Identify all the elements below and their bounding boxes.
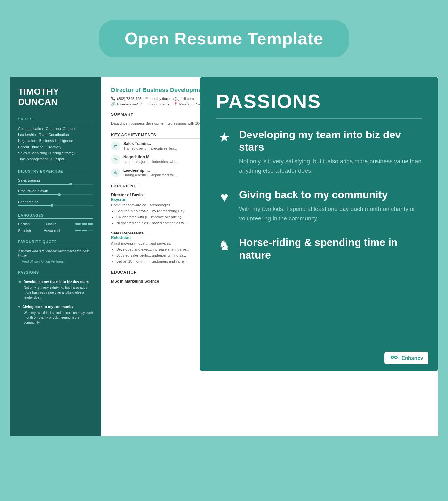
phone-icon: 📞 (111, 96, 116, 101)
skills-title: SKILLS (18, 117, 93, 122)
achievement-title-2: Negotiation M... (123, 155, 178, 159)
lang-dot-empty (88, 230, 93, 231)
passions-sidebar-section: PASSIONS ★ Developing my team into biz d… (18, 270, 93, 325)
contact-email: ✉ timothy.duncan@gmail.com (145, 96, 194, 101)
page-title: Open Resume Template (125, 29, 324, 48)
expertise-bar-bg-3 (18, 205, 93, 206)
achievement-content-2: Negotiation M... Landed major b... indus… (123, 155, 178, 164)
expertise-bar-bg-2 (18, 194, 93, 195)
expertise-bar-fill-3 (18, 205, 52, 206)
location-icon: 📍 (173, 102, 178, 106)
expertise-label-1: Sales training (18, 178, 93, 182)
lang-dot (75, 230, 81, 231)
quote-title: FAVOURITE QUOTE (18, 240, 93, 245)
passion-overlay-content-1: Developing my team into biz dev stars No… (239, 128, 422, 175)
lang-dot (75, 223, 81, 225)
resume-name: TIMOTHY DUNCAN (18, 87, 93, 107)
page-header: Open Resume Template (0, 0, 448, 71)
heart-icon: ♥ (18, 304, 20, 309)
lang-name-spanish: Spanish (18, 229, 31, 233)
skills-content: Communication · Customer-Oriented · Lead… (18, 126, 93, 162)
lang-bar-spanish (75, 230, 93, 231)
main-content: TIMOTHY DUNCAN SKILLS Communication · Cu… (10, 77, 438, 436)
quote-author: — Fred Wilson, Union Ventures (18, 260, 93, 263)
passion-overlay-item-3: ♞ Horse-riding & spending time in nature (216, 236, 422, 265)
passion-overlay-heading-1: Developing my team into biz dev stars (239, 128, 422, 154)
edu-degree: MSc in Marketing Science (111, 279, 159, 283)
achievement-desc-1: Trained over 3... executives, lea... (123, 146, 177, 151)
passions-overlay: PASSIONS ★ Developing my team into biz d… (200, 77, 438, 371)
passion-sidebar-title-1: Developing my team into biz dev stars (24, 280, 89, 283)
contact-phone: 📞 (862) 7345-425 (111, 96, 141, 101)
achievement-content-1: Sales Trainin... Trained over 3... execu… (123, 141, 177, 151)
passion-overlay-content-3: Horse-riding & spending time in nature (239, 236, 422, 265)
lang-dot (88, 223, 93, 225)
enhancv-label: Enhancv (401, 355, 423, 361)
expertise-bar-fill-2 (18, 194, 59, 195)
star-icon: ★ (18, 279, 22, 284)
achievement-desc-3: During a restru... department wi... (123, 173, 177, 178)
industry-expertise-title: INDUSTRY EXPERTISE (18, 170, 93, 175)
passions-sidebar-title: PASSIONS (18, 270, 93, 276)
achievement-title-3: Leadership i... (123, 168, 177, 173)
passion-overlay-content-2: Giving back to my community With my two … (239, 188, 422, 223)
passion-sidebar-desc-2: With my two kids, I spend at least one d… (18, 310, 93, 325)
header-pill: Open Resume Template (99, 20, 350, 57)
languages-title: LANGUAGES (18, 213, 93, 219)
email-icon: ✉ (145, 96, 148, 101)
passion-title-row-2: ♥ Giving back to my community (18, 304, 93, 309)
passion-overlay-item-2: ♥ Giving back to my community With my tw… (216, 188, 422, 223)
passions-overlay-title: PASSIONS (216, 90, 422, 119)
passion-overlay-heading-3: Horse-riding & spending time in nature (239, 236, 422, 261)
expertise-item-1: Sales training (18, 178, 93, 185)
horse-overlay-icon: ♞ (216, 237, 232, 252)
lang-dot (82, 223, 87, 225)
expertise-bar-bg-1 (18, 184, 93, 185)
passion-sidebar-item-1: ★ Developing my team into biz dev stars … (18, 279, 93, 300)
passion-sidebar-desc-1: Not only is it very satisfying, but it a… (18, 285, 93, 300)
expertise-item-2: Product-led growth (18, 189, 93, 195)
passion-sidebar-item-2: ♥ Giving back to my community With my tw… (18, 304, 93, 325)
achievement-icon-3: ⊕ (111, 168, 120, 177)
linkedin-icon: 🔗 (111, 102, 116, 106)
heart-overlay-icon: ♥ (216, 190, 232, 204)
passion-overlay-desc-2: With my two kids, I spend at least one d… (239, 204, 422, 223)
lang-level-english: Native (46, 222, 56, 226)
lang-english: English Native (18, 222, 93, 226)
lang-name-english: English (18, 222, 30, 226)
resume-sidebar: TIMOTHY DUNCAN SKILLS Communication · Cu… (10, 77, 101, 436)
passion-overlay-heading-2: Giving back to my community (239, 188, 422, 201)
star-overlay-icon: ★ (216, 130, 232, 145)
passion-sidebar-title-2: Giving back to my community (22, 305, 73, 309)
passion-overlay-item-1: ★ Developing my team into biz dev stars … (216, 128, 422, 175)
expertise-item-3: Partnerships (18, 200, 93, 206)
enhancv-footer: Enhancv (384, 352, 428, 364)
contact-linkedin: 🔗 linkedin.com/in/timothy-duncan-jr (111, 102, 169, 106)
lang-level-spanish: Advanced (44, 229, 60, 233)
expertise-label-2: Product-led growth (18, 189, 93, 193)
lang-spanish: Spanish Advanced (18, 229, 93, 233)
achievement-icon-1: ⇄ (111, 141, 120, 151)
achievement-icon-2: ✎ (111, 155, 120, 164)
expertise-bar-fill-1 (18, 184, 71, 185)
achievement-desc-2: Landed major b... industries, whi... (123, 159, 178, 164)
expertise-label-3: Partnerships (18, 200, 93, 204)
industry-expertise-section: INDUSTRY EXPERTISE Sales training Produc… (18, 170, 93, 206)
achievement-content-3: Leadership i... During a restru... depar… (123, 168, 177, 178)
passion-title-row-1: ★ Developing my team into biz dev stars (18, 279, 93, 284)
lang-dot (82, 230, 87, 231)
skills-section: SKILLS Communication · Customer-Oriented… (18, 117, 93, 162)
languages-section: LANGUAGES English Native Spanish Advance… (18, 213, 93, 233)
passion-overlay-desc-1: Not only is it very satisfying, but it a… (239, 157, 422, 176)
lang-bar-english (75, 223, 93, 225)
achievement-title-1: Sales Trainin... (123, 141, 177, 146)
quote-section: FAVOURITE QUOTE A person who is quietly … (18, 240, 93, 263)
quote-text: A person who is quietly confident makes … (18, 249, 93, 258)
enhancv-logo-icon (390, 354, 399, 362)
